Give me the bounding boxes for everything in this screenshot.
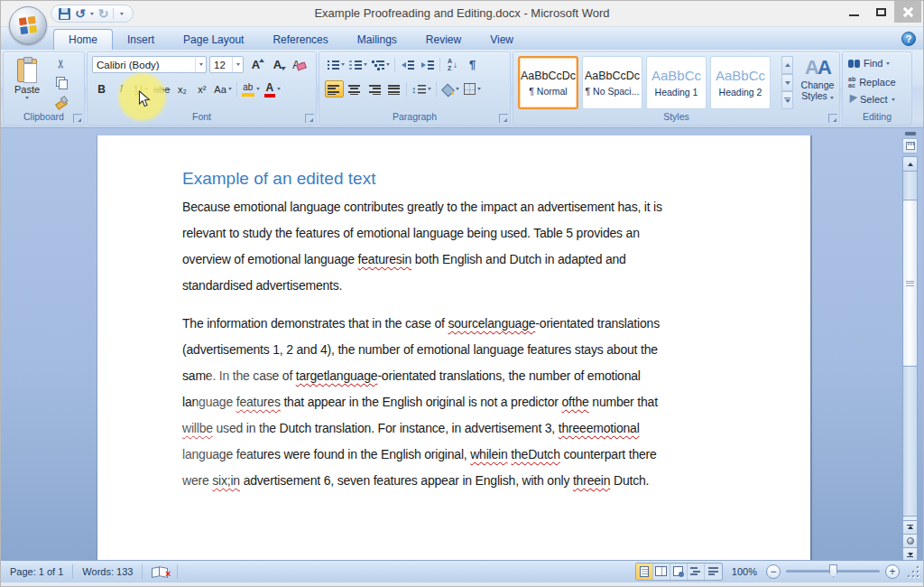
zoom-in-button[interactable]: + [885, 564, 900, 579]
align-left-button[interactable] [325, 80, 344, 98]
align-center-button[interactable] [345, 80, 364, 98]
tab-mailings[interactable]: Mailings [343, 29, 411, 50]
tab-references[interactable]: References [258, 29, 342, 50]
align-right-button[interactable] [365, 80, 383, 98]
zoom-out-button[interactable]: − [766, 564, 781, 579]
styles-more-button[interactable] [781, 91, 793, 109]
zoom-level[interactable]: 100% [723, 566, 766, 577]
change-styles-dropdown-arrow-icon[interactable] [830, 97, 834, 99]
styles-scroll-up-button[interactable] [781, 56, 793, 74]
font-color-button[interactable]: A [263, 80, 282, 98]
shrink-font-button[interactable]: A [268, 56, 287, 73]
font-family-dropdown-arrow-icon[interactable] [199, 63, 203, 66]
strikethrough-button[interactable]: abe [152, 80, 171, 98]
grow-font-button[interactable]: A [246, 56, 265, 73]
style-card-normal[interactable]: AaBbCcDc ¶ Normal [518, 56, 578, 109]
help-button[interactable]: ? [901, 32, 916, 46]
select-dropdown-arrow-icon[interactable] [892, 98, 895, 101]
format-painter-button[interactable] [51, 93, 70, 109]
bullets-button[interactable] [325, 56, 346, 73]
highlight-dropdown-arrow-icon[interactable] [256, 88, 260, 90]
find-button[interactable]: Find [848, 58, 890, 69]
font-size-combobox[interactable]: 12 [209, 56, 244, 73]
clipboard-dialog-launcher[interactable] [73, 114, 82, 123]
font-size-dropdown-arrow-icon[interactable] [236, 63, 240, 66]
page-indicator[interactable]: Page: 1 of 1 [1, 561, 72, 582]
superscript-button[interactable]: x² [192, 80, 211, 98]
split-handle[interactable] [905, 132, 916, 135]
align-left-icon [328, 84, 341, 95]
paste-button[interactable]: Paste [7, 55, 47, 111]
increase-indent-icon [421, 60, 434, 70]
shading-button[interactable] [439, 80, 461, 98]
office-button[interactable] [9, 6, 47, 44]
text-run: number that [589, 395, 658, 409]
clear-formatting-button[interactable]: Aa [290, 56, 309, 73]
word-count[interactable]: Words: 133 [73, 561, 142, 582]
italic-button[interactable]: I [112, 80, 131, 98]
zoom-slider-thumb[interactable] [829, 564, 837, 577]
print-layout-view-button[interactable] [636, 564, 653, 580]
maximize-button[interactable] [867, 1, 894, 23]
numbering-button[interactable] [347, 56, 369, 73]
ruler-toggle-button[interactable] [902, 138, 918, 154]
paragraph-dialog-launcher[interactable] [499, 114, 508, 123]
borders-button[interactable] [462, 80, 483, 98]
previous-page-button[interactable] [902, 520, 918, 535]
change-case-button[interactable]: Aa [212, 80, 233, 98]
proofing-status-button[interactable]: × [143, 561, 177, 582]
show-hide-pilcrow-button[interactable]: ¶ [463, 56, 482, 73]
justify-button[interactable] [384, 80, 403, 98]
paste-dropdown-arrow-icon[interactable] [25, 97, 29, 99]
next-page-button[interactable] [902, 547, 918, 560]
change-styles-button[interactable]: AA ChangeStyles [797, 55, 838, 112]
tab-home[interactable]: Home [53, 29, 113, 50]
sort-button[interactable]: AZ ↓ [443, 56, 462, 73]
scrollbar-thumb[interactable] [902, 200, 918, 367]
decrease-indent-button[interactable] [398, 56, 417, 73]
shading-bucket-icon [441, 84, 454, 95]
select-browse-object-button[interactable] [902, 534, 918, 548]
copy-button[interactable] [51, 74, 70, 90]
style-card-heading1[interactable]: AaBbCc Heading 1 [646, 56, 707, 109]
tab-review[interactable]: Review [411, 29, 476, 50]
font-color-dropdown-arrow-icon[interactable] [277, 88, 281, 90]
document-page[interactable]: Example of an edited text Because emotio… [97, 135, 810, 560]
text-run: -orientated translations, the number of … [377, 368, 640, 383]
tab-insert[interactable]: Insert [113, 29, 169, 50]
ruler-icon [906, 142, 915, 150]
close-button[interactable] [894, 1, 921, 23]
subscript-button[interactable]: x₂ [172, 80, 191, 98]
styles-scroll-down-button[interactable] [781, 74, 793, 92]
select-button[interactable]: Select [848, 94, 895, 105]
change-case-dropdown-arrow-icon[interactable] [228, 88, 232, 90]
font-dialog-launcher[interactable] [305, 114, 314, 123]
minimize-button[interactable] [840, 1, 867, 23]
multilevel-list-button[interactable] [370, 56, 392, 73]
resize-grip[interactable] [907, 565, 919, 578]
web-layout-view-button[interactable] [670, 564, 688, 580]
document-line: same. In the case of targetlanguage-orie… [182, 363, 724, 389]
text-run: -orientated translations [535, 316, 660, 331]
scroll-up-button[interactable] [902, 156, 918, 172]
misspelled-word: targetlanguage [296, 368, 378, 383]
tab-page-layout[interactable]: Page Layout [169, 29, 258, 50]
increase-indent-button[interactable] [418, 56, 437, 73]
style-card-heading2[interactable]: AaBbCc Heading 2 [710, 56, 771, 109]
outline-view-button[interactable] [688, 564, 705, 580]
find-dropdown-arrow-icon[interactable] [886, 62, 890, 65]
text-run: used in the Dutch translation. For insta… [213, 421, 559, 435]
line-spacing-button[interactable]: ↕ [410, 80, 433, 98]
draft-view-button[interactable] [705, 564, 722, 580]
tab-view[interactable]: View [476, 29, 528, 50]
cut-button[interactable]: ✂ [51, 55, 70, 71]
font-family-combobox[interactable]: Calibri (Body) [92, 56, 207, 73]
replace-button[interactable]: abac Replace [848, 76, 896, 89]
full-screen-reading-view-button[interactable] [653, 564, 670, 580]
bold-button[interactable]: B [92, 80, 111, 98]
text-highlight-button[interactable]: ab [240, 80, 262, 98]
zoom-slider-track[interactable] [786, 570, 880, 573]
styles-dialog-launcher[interactable] [828, 114, 837, 123]
thumb-grip-icon [906, 281, 914, 286]
style-card-no-spacing[interactable]: AaBbCcDc ¶ No Spaci... [582, 56, 642, 109]
